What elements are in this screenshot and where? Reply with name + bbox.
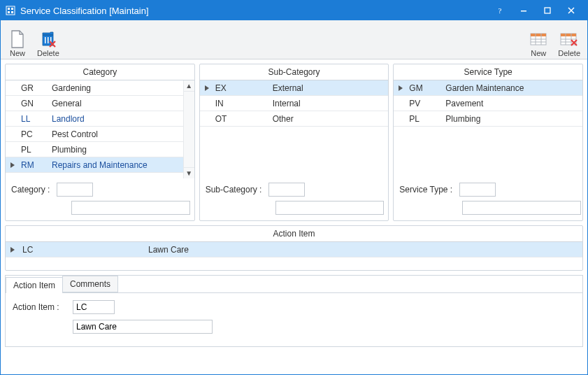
tab-content-action-item: Action Item : [6,292,582,346]
row-indicator-icon [200,85,214,92]
grid-row[interactable]: LLLandlord [6,111,183,127]
grid-row[interactable]: EXExternal [200,80,389,96]
subcategory-grid[interactable]: EXExternal INInternal OTOther [200,80,389,178]
new-document-icon [8,30,27,48]
help-button[interactable]: ? [488,1,512,20]
grid-row[interactable]: PLPlumbing [6,142,183,157]
scrollbar[interactable]: ▲ ▼ [183,80,194,178]
delete-grid-label: Delete [558,49,580,57]
row-indicator-icon [6,162,20,169]
titlebar: Service Classification [Maintain] ? [1,1,587,20]
delete-label: Delete [37,49,59,57]
category-panel: Category GRGardening GNGeneral LLLandlor… [5,64,195,221]
subcategory-label: Sub-Category : [206,185,262,194]
subcategory-header: Sub-Category [200,64,389,80]
action-item-grid[interactable]: LC Lawn Care [6,242,582,267]
scroll-down-icon[interactable]: ▼ [184,167,194,178]
grid-row[interactable]: OTOther [200,111,389,127]
category-code-input[interactable] [57,183,93,197]
svg-rect-12 [531,34,546,36]
delete-button[interactable]: Delete [34,30,62,57]
row-indicator-icon [394,85,408,92]
action-item-code-input[interactable] [73,300,115,314]
toolbar: New Delete New Delete [1,20,587,59]
svg-rect-9 [48,37,49,43]
servicetype-label: Service Type : [399,185,452,194]
action-item-label: Action Item : [13,302,63,312]
subcategory-code-input[interactable] [268,183,305,197]
subcategory-panel: Sub-Category EXExternal INInternal OTOth… [199,64,389,221]
grid-row[interactable]: GMGarden Maintenance [394,80,582,96]
tab-comments[interactable]: Comments [62,276,118,292]
row-indicator-icon [6,246,20,253]
new-button[interactable]: New [5,30,30,57]
scroll-track[interactable] [184,92,194,167]
svg-rect-3 [8,11,10,13]
svg-rect-4 [11,11,13,13]
new-grid-button[interactable]: New [526,30,551,57]
tabs-panel: Action Item Comments Action Item : [5,275,583,347]
servicetype-panel: Service Type GMGarden Maintenance PVPave… [393,64,583,221]
category-label: Category : [11,185,50,194]
new-grid-label: New [531,49,546,57]
svg-rect-8 [45,37,46,43]
scroll-up-icon[interactable]: ▲ [184,80,194,92]
svg-text:?: ? [499,6,502,15]
grid-row[interactable]: GNGeneral [6,96,183,111]
servicetype-header: Service Type [394,64,582,80]
tab-action-item[interactable]: Action Item [6,277,63,293]
grid-row[interactable]: PLPlumbing [394,111,582,127]
servicetype-grid[interactable]: GMGarden Maintenance PVPavement PLPlumbi… [394,80,582,178]
maximize-button[interactable] [536,1,559,20]
category-desc-input[interactable] [71,201,190,215]
app-icon [5,5,16,16]
servicetype-code-input[interactable] [459,183,496,197]
svg-rect-1 [8,8,10,10]
action-item-panel: Action Item LC Lawn Care [5,225,583,271]
table-new-icon [529,30,547,48]
svg-rect-6 [521,10,526,12]
close-button[interactable] [559,1,583,20]
action-item-header: Action Item [6,226,582,242]
category-grid[interactable]: GRGardening GNGeneral LLLandlord PCPest … [6,80,183,178]
grid-row[interactable]: PCPest Control [6,127,183,142]
svg-rect-2 [11,8,13,10]
grid-row[interactable]: RMRepairs and Maintenance [6,157,183,173]
grid-row[interactable]: GRGardening [6,80,183,96]
category-header: Category [6,64,194,80]
delete-grid-button[interactable]: Delete [555,30,583,57]
window-title: Service Classification [Maintain] [20,6,488,16]
grid-row[interactable]: PVPavement [394,96,582,111]
subcategory-desc-input[interactable] [275,201,384,215]
svg-rect-0 [6,6,15,15]
action-item-desc-input[interactable] [73,320,213,334]
svg-rect-18 [561,34,576,36]
delete-icon [39,30,57,48]
servicetype-desc-input[interactable] [462,201,581,215]
minimize-button[interactable] [512,1,536,20]
svg-rect-7 [545,8,550,13]
grid-row[interactable]: LC Lawn Care [6,242,582,257]
new-label: New [10,49,25,57]
table-delete-icon [560,30,578,48]
grid-row[interactable]: INInternal [200,96,389,111]
